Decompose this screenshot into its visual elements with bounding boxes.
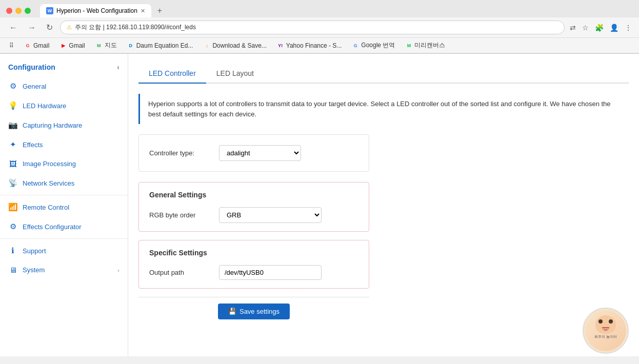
- network-icon: 📡: [8, 178, 17, 188]
- sidebar-divider: [0, 195, 128, 195]
- image-icon: 🖼: [8, 159, 17, 168]
- output-path-row: Output path: [149, 265, 358, 280]
- sidebar-config-label: Configuration: [8, 63, 55, 71]
- effects-icon: ✦: [8, 140, 17, 149]
- miricampus-favicon: M: [405, 42, 412, 49]
- effects-config-icon: ⚙: [8, 222, 17, 231]
- rgb-byte-order-label: RGB byte order: [149, 211, 211, 219]
- sidebar-item-led-hardware[interactable]: 💡 LED Hardware: [0, 96, 128, 115]
- browser-chrome: W Hyperion - Web Configuration ✕ + ← → ↻…: [0, 0, 639, 54]
- tab-led-controller-label: LED Controller: [149, 69, 196, 77]
- bookmark-gmail[interactable]: G Gmail: [21, 41, 52, 50]
- general-settings-section: General Settings RGB byte order GRB RGB …: [138, 182, 369, 232]
- sidebar-item-general[interactable]: ⚙ General: [0, 76, 128, 96]
- sidebar-capturing-hardware-label: Capturing Hardware: [23, 122, 82, 129]
- save-settings-label: Save settings: [239, 308, 279, 315]
- download-label: Download & Save...: [212, 42, 266, 49]
- gear-icon: ⚙: [8, 82, 17, 91]
- sidebar-led-hardware-label: LED Hardware: [23, 102, 66, 110]
- avatar-label: 희주의 놀이터: [594, 335, 617, 339]
- sidebar-item-effects[interactable]: ✦ Effects: [0, 135, 128, 154]
- tab-led-layout[interactable]: LED Layout: [206, 64, 264, 84]
- bookmarks-bar: ⠿ G Gmail ▶ Gmail M 지도 D Daum Equation E…: [0, 38, 639, 53]
- sidebar-item-effects-configurator[interactable]: ⚙ Effects Configurator: [0, 217, 128, 236]
- tab-favicon: W: [46, 7, 53, 14]
- navigation-bar: ← → ↻ ⚠ 주의 요함 | 192.168.10.119:8090/#con…: [0, 17, 639, 38]
- bookmark-google-translate[interactable]: G Google 번역: [349, 40, 398, 51]
- gmail-favicon: G: [24, 42, 31, 49]
- security-warning-icon: ⚠: [67, 24, 72, 31]
- sidebar-system-label: System: [23, 266, 45, 274]
- sidebar-image-processing-label: Image Processing: [23, 160, 76, 168]
- bookmark-youtube[interactable]: ▶ Gmail: [56, 41, 88, 50]
- bookmark-download[interactable]: ↓ Download & Save...: [200, 41, 269, 50]
- output-path-label: Output path: [149, 269, 211, 276]
- download-favicon: ↓: [203, 42, 210, 49]
- maps-label: 지도: [105, 41, 117, 50]
- led-icon: 💡: [8, 101, 17, 110]
- google-translate-favicon: G: [352, 42, 359, 49]
- bookmark-star-icon[interactable]: ☆: [581, 23, 590, 33]
- gmail-label: Gmail: [33, 42, 49, 49]
- tab-led-controller[interactable]: LED Controller: [138, 64, 206, 84]
- maps-favicon: M: [95, 42, 103, 49]
- bookmark-maps[interactable]: M 지도: [92, 40, 120, 51]
- sidebar-effects-label: Effects: [23, 141, 43, 149]
- save-settings-button[interactable]: 💾 Save settings: [218, 304, 290, 319]
- refresh-button[interactable]: ↻: [43, 22, 56, 33]
- tab-led-layout-label: LED Layout: [216, 69, 254, 77]
- sidebar-general-label: General: [23, 83, 46, 90]
- sidebar-config-section: Configuration ‹ ⚙ General 💡 LED Hardware…: [0, 54, 128, 284]
- save-icon: 💾: [228, 308, 236, 315]
- sidebar-support-label: Support: [23, 247, 46, 255]
- address-bar[interactable]: ⚠ 주의 요함 | 192.168.10.119:8090/#conf_leds: [60, 21, 565, 34]
- camera-icon: 📷: [8, 120, 17, 130]
- minimize-button[interactable]: [15, 8, 22, 14]
- tab-title: Hyperion - Web Configuration: [56, 7, 137, 14]
- sidebar-item-capturing-hardware[interactable]: 📷 Capturing Hardware: [0, 115, 128, 135]
- sidebar-item-image-processing[interactable]: 🖼 Image Processing: [0, 154, 128, 173]
- back-button[interactable]: ←: [6, 22, 21, 33]
- general-settings-title: General Settings: [149, 191, 358, 199]
- nav-icons: ⇄ ☆ 🧩 👤 ⋮: [569, 23, 633, 33]
- content-area: LED Controller LED Layout Hyperion suppo…: [128, 54, 639, 356]
- sidebar-item-support[interactable]: ℹ Support: [0, 241, 128, 260]
- yahoo-label: Yahoo Finance - S...: [286, 42, 342, 49]
- tab-close-button[interactable]: ✕: [141, 8, 145, 14]
- system-icon: 🖥: [8, 266, 17, 274]
- tab-bar: W Hyperion - Web Configuration ✕ +: [40, 4, 166, 17]
- controller-type-select[interactable]: adalight ws281x philipshue atmoorb karat…: [219, 145, 301, 161]
- title-bar: W Hyperion - Web Configuration ✕ +: [0, 0, 639, 17]
- youtube-label: Gmail: [69, 42, 85, 49]
- address-text: 주의 요함 | 192.168.10.119:8090/#conf_leds: [75, 23, 196, 32]
- bookmark-apps[interactable]: ⠿: [6, 41, 17, 50]
- daum-favicon: D: [127, 42, 134, 49]
- google-translate-label: Google 번역: [361, 41, 395, 50]
- sidebar-item-remote-control[interactable]: 📶 Remote Control: [0, 197, 128, 217]
- close-button[interactable]: [6, 8, 12, 14]
- bookmark-daum[interactable]: D Daum Equation Ed...: [124, 41, 196, 50]
- profile-icon[interactable]: 👤: [609, 23, 620, 33]
- rgb-byte-order-select[interactable]: GRB RGB BGR RBG GBR BRG: [219, 207, 322, 223]
- info-box: Hyperion supports a lot of controllers t…: [138, 94, 629, 124]
- tab-navigation: LED Controller LED Layout: [138, 64, 629, 84]
- sidebar-config-header: Configuration ‹: [0, 58, 128, 76]
- maximize-button[interactable]: [25, 8, 31, 14]
- menu-icon[interactable]: ⋮: [624, 23, 633, 33]
- sidebar-collapse-icon[interactable]: ‹: [117, 63, 119, 71]
- controller-type-label: Controller type:: [149, 149, 211, 157]
- active-tab[interactable]: W Hyperion - Web Configuration ✕: [40, 4, 151, 17]
- save-button-row: 💾 Save settings: [138, 297, 369, 326]
- extensions-icon[interactable]: 🧩: [594, 23, 605, 33]
- youtube-favicon: ▶: [59, 42, 67, 49]
- bookmark-miricampus[interactable]: M 미리캔버스: [402, 40, 448, 51]
- output-path-input[interactable]: [219, 265, 322, 280]
- new-tab-button[interactable]: +: [153, 4, 166, 17]
- forward-button[interactable]: →: [25, 22, 39, 33]
- info-text: Hyperion supports a lot of controllers t…: [148, 100, 611, 118]
- bookmark-yahoo[interactable]: Y! Yahoo Finance - S...: [274, 41, 345, 50]
- sidebar-item-system[interactable]: 🖥 System ›: [0, 260, 128, 279]
- translate-icon[interactable]: ⇄: [569, 23, 577, 33]
- sidebar-item-network-services[interactable]: 📡 Network Services: [0, 173, 128, 193]
- yahoo-favicon: Y!: [277, 42, 284, 49]
